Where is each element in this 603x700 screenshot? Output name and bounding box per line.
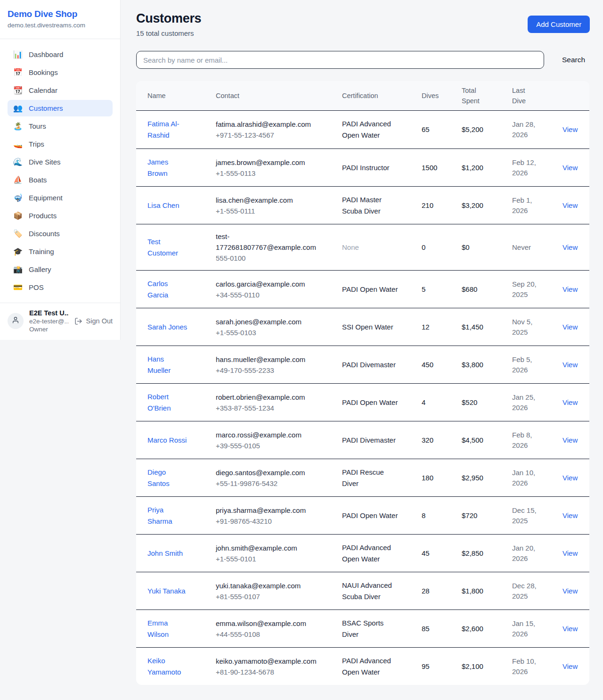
customer-phone: +1-555-0111 — [216, 206, 322, 216]
customer-total-spent: $3,800 — [462, 353, 512, 377]
customer-total-spent: $5,200 — [462, 117, 512, 142]
table-row: Hans Mueller hans.mueller@example.com +4… — [136, 346, 589, 383]
customer-dives: 65 — [422, 117, 462, 142]
customer-certification: PADI Divemaster — [342, 428, 422, 453]
view-link[interactable]: View — [562, 243, 578, 251]
customer-total-spent: $0 — [462, 235, 512, 260]
view-link[interactable]: View — [562, 323, 578, 331]
sidebar-item-products[interactable]: 📦 Products — [8, 207, 113, 224]
sidebar-item-calendar[interactable]: 📆 Calendar — [8, 82, 113, 99]
add-customer-button[interactable]: Add Customer — [528, 16, 590, 33]
customer-dives: 45 — [422, 541, 462, 566]
customer-certification: PADI Divemaster — [342, 353, 422, 377]
view-link[interactable]: View — [562, 436, 578, 444]
customer-name-link[interactable]: Marco Rossi — [147, 435, 187, 446]
sidebar-item-discounts[interactable]: 🏷️ Discounts — [8, 225, 113, 242]
customer-total-spent: $2,950 — [462, 466, 512, 490]
customer-name-link[interactable]: Sarah Jones — [147, 321, 187, 333]
view-link[interactable]: View — [562, 474, 578, 482]
sign-out-icon — [74, 317, 82, 325]
customer-total-spent: $2,100 — [462, 654, 512, 679]
view-link[interactable]: View — [562, 125, 578, 133]
sidebar-item-bookings[interactable]: 📅 Bookings — [8, 64, 113, 81]
customer-email: emma.wilson@example.com — [216, 618, 322, 629]
table-row: Carlos Garcia carlos.garcia@example.com … — [136, 270, 589, 308]
sidebar-item-label: Dive Sites — [29, 158, 61, 166]
user-name: E2E Test U... — [29, 309, 69, 317]
customer-name-link[interactable]: John Smith — [147, 548, 183, 559]
user-meta: E2E Test U... e2e-tester@... Owner — [29, 309, 69, 333]
search-button[interactable]: Search — [557, 56, 590, 64]
sidebar-item-label: Discounts — [29, 230, 60, 238]
view-link[interactable]: View — [562, 361, 578, 369]
view-link[interactable]: View — [562, 587, 578, 595]
view-link[interactable]: View — [562, 549, 578, 557]
column-header-certification: Certification — [342, 86, 422, 105]
sign-out-button[interactable]: Sign Out — [74, 317, 113, 325]
customer-certification: PADI Advanced Open Water — [342, 112, 422, 148]
sidebar: Demo Dive Shop demo.test.divestreams.com… — [0, 0, 121, 340]
sidebar-item-gallery[interactable]: 📸 Gallery — [8, 261, 113, 278]
customer-name-link[interactable]: Robert O'Brien — [147, 391, 188, 414]
view-link[interactable]: View — [562, 662, 578, 670]
customer-name-link[interactable]: James Brown — [147, 156, 188, 179]
customer-last-dive: Dec 15, 2025 — [512, 499, 562, 533]
customer-name-link[interactable]: Emma Wilson — [147, 618, 188, 640]
sidebar-item-equipment[interactable]: 🤿 Equipment — [8, 189, 113, 206]
table-row: John Smith john.smith@example.com +1-555… — [136, 534, 589, 572]
table-row: Sarah Jones sarah.jones@example.com +1-5… — [136, 308, 589, 346]
view-link[interactable]: View — [562, 511, 578, 519]
customer-dives: 180 — [422, 466, 462, 490]
sidebar-item-tours[interactable]: 🏝️ Tours — [8, 118, 113, 134]
table-body: Fatima Al-Rashid fatima.alrashid@example… — [136, 111, 589, 685]
customer-last-dive: Nov 5, 2025 — [512, 310, 562, 344]
customer-name-link[interactable]: Carlos Garcia — [147, 278, 188, 301]
customer-total-spent: $4,500 — [462, 428, 512, 453]
sidebar-item-label: Trips — [29, 140, 44, 148]
sidebar-item-pos[interactable]: 💳 POS — [8, 279, 113, 296]
customer-total-spent: $1,800 — [462, 579, 512, 603]
sidebar-item-dive-sites[interactable]: 🌊 Dive Sites — [8, 154, 113, 170]
customer-count: 15 total customers — [136, 29, 201, 37]
view-link[interactable]: View — [562, 164, 578, 172]
customer-total-spent: $680 — [462, 277, 512, 302]
table-row: Lisa Chen lisa.chen@example.com +1-555-0… — [136, 186, 589, 224]
column-header-total-spent: Total Spent — [462, 81, 512, 110]
customer-dives: 12 — [422, 315, 462, 339]
tours-icon: 🏝️ — [13, 123, 23, 130]
customers-icon: 👥 — [13, 105, 23, 112]
view-link[interactable]: View — [562, 201, 578, 209]
customer-certification: PADI Open Water — [342, 390, 422, 415]
customer-last-dive: Jan 20, 2026 — [512, 536, 562, 570]
view-link[interactable]: View — [562, 285, 578, 293]
customer-dives: 28 — [422, 579, 462, 603]
sidebar-item-label: Bookings — [29, 68, 58, 76]
sidebar-item-trips[interactable]: 🚤 Trips — [8, 136, 113, 152]
table-row: Fatima Al-Rashid fatima.alrashid@example… — [136, 111, 589, 148]
view-link[interactable]: View — [562, 398, 578, 406]
sidebar-item-dashboard[interactable]: 📊 Dashboard — [8, 46, 113, 63]
customer-name-link[interactable]: Hans Mueller — [147, 354, 188, 376]
customer-name-link[interactable]: Yuki Tanaka — [147, 585, 186, 597]
sign-out-label: Sign Out — [86, 317, 113, 325]
customer-phone: +353-87-555-1234 — [216, 403, 322, 413]
customer-name-link[interactable]: Diego Santos — [147, 467, 188, 489]
customers-table: NameContactCertificationDivesTotal Spent… — [136, 81, 589, 685]
sidebar-item-boats[interactable]: ⛵ Boats — [8, 172, 113, 188]
customer-name-link[interactable]: Keiko Yamamoto — [147, 655, 188, 678]
view-link[interactable]: View — [562, 625, 578, 633]
customer-phone: +1-555-0113 — [216, 168, 322, 179]
customer-name-link[interactable]: Lisa Chen — [147, 200, 179, 211]
sidebar-nav: 📊 Dashboard 📅 Bookings 📆 Calendar 👥 Cust… — [0, 39, 120, 303]
customer-name-link[interactable]: Priya Sharma — [147, 504, 188, 527]
search-input[interactable] — [136, 51, 544, 69]
table-row: Robert O'Brien robert.obrien@example.com… — [136, 383, 589, 421]
sidebar-item-customers[interactable]: 👥 Customers — [8, 100, 113, 116]
customer-last-dive: Feb 8, 2026 — [512, 423, 562, 457]
customer-name-link[interactable]: Fatima Al-Rashid — [147, 118, 188, 141]
search-bar: Search — [136, 51, 590, 69]
customer-dives: 450 — [422, 353, 462, 377]
sidebar-item-training[interactable]: 🎓 Training — [8, 243, 113, 260]
sidebar-user-section: E2E Test U... e2e-tester@... Owner Sign … — [0, 303, 120, 340]
customer-name-link[interactable]: Test Customer — [147, 236, 188, 259]
